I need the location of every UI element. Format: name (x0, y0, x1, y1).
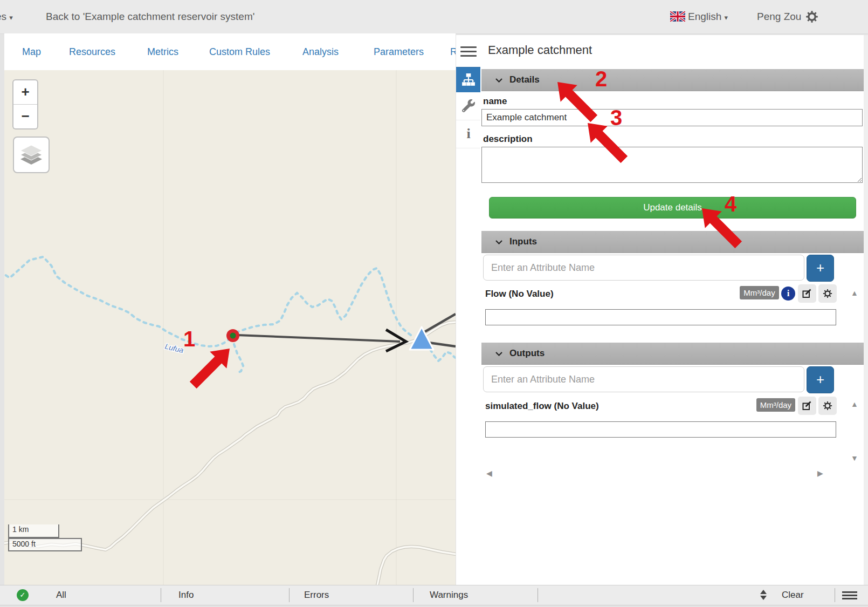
divider (289, 588, 290, 602)
panel-menu-button[interactable] (456, 43, 481, 60)
top-header-bar: es ▾ Back to 'Example catchment reservoi… (0, 0, 868, 34)
plus-icon: + (816, 260, 824, 276)
edit-value-button[interactable] (798, 284, 816, 303)
annotation-number-4: 4 (725, 193, 736, 215)
map-canvas[interactable]: Lufua + − 1 km 5000 ft (4, 70, 456, 585)
attribute-settings-button[interactable] (818, 397, 837, 415)
name-input[interactable] (481, 109, 863, 126)
edit-icon (802, 289, 812, 298)
divider (161, 588, 161, 602)
hamburger-icon (842, 591, 857, 599)
panel-title: Example catchment (488, 43, 592, 57)
input-attribute-row: Flow (No Value) Mm³/day i (485, 284, 837, 304)
tab-resources[interactable]: Resources (69, 33, 115, 70)
details-section-label: Details (509, 69, 540, 91)
tab-map[interactable]: Map (22, 33, 41, 70)
tab-analysis[interactable]: Analysis (302, 33, 339, 70)
scroll-up-icon[interactable]: ▲ (851, 289, 858, 297)
edit-icon (802, 401, 812, 411)
scroll-right-icon[interactable]: ▶ (817, 469, 823, 478)
sidebar-item-info[interactable]: i (456, 120, 481, 148)
network-icon (461, 73, 476, 86)
catchment-node[interactable] (226, 329, 239, 342)
status-filter-warnings[interactable]: Warnings (430, 585, 468, 605)
chevron-down-icon: ▾ (9, 13, 13, 22)
description-label: description (483, 134, 533, 145)
outputs-add-attribute-button[interactable]: + (807, 366, 834, 393)
unit-badge: Mm³/day (740, 286, 779, 299)
inputs-add-attribute-button[interactable]: + (807, 255, 834, 282)
chevron-down-icon (495, 352, 502, 356)
attribute-label: Flow (No Value) (485, 289, 554, 299)
sort-icon[interactable] (760, 590, 767, 600)
sidebar-item-settings[interactable] (456, 92, 481, 120)
unit-badge: Mm³/day (756, 398, 795, 412)
sidebar-item-network[interactable] (456, 67, 481, 92)
output-attribute-value[interactable] (485, 421, 836, 438)
outputs-attribute-name-input[interactable] (483, 366, 804, 392)
scale-metric: 1 km (8, 524, 59, 538)
layers-icon (19, 144, 43, 166)
outputs-section-header[interactable]: Outputs (481, 343, 864, 365)
status-bar: ✓ All Info Errors Warnings Clear (0, 585, 868, 605)
panel-scroll-gutter (864, 35, 868, 585)
description-textarea[interactable] (481, 147, 863, 183)
user-settings-gear-icon[interactable] (805, 10, 818, 25)
tab-metrics[interactable]: Metrics (147, 33, 178, 70)
chevron-down-icon: ▾ (725, 13, 728, 22)
status-filter-all[interactable]: All (56, 585, 66, 605)
layers-button[interactable] (13, 137, 50, 173)
tab-results-clipped[interactable]: Re (450, 33, 456, 70)
user-name: Peng Zou (757, 0, 801, 33)
attribute-settings-button[interactable] (818, 284, 837, 303)
divider (413, 588, 414, 602)
zoom-out-button[interactable]: − (13, 105, 37, 128)
inputs-attribute-name-input[interactable] (483, 255, 804, 281)
status-filter-info[interactable]: Info (178, 585, 194, 605)
scroll-left-icon[interactable]: ◀ (486, 469, 492, 478)
name-label: name (483, 96, 507, 107)
properties-panel: Example catchment Details name descripti… (480, 35, 868, 585)
status-filter-errors[interactable]: Errors (304, 585, 329, 605)
edit-value-button[interactable] (798, 397, 816, 415)
scroll-down-icon[interactable]: ▼ (851, 454, 858, 462)
chevron-down-icon (495, 78, 502, 83)
gear-icon (823, 401, 832, 411)
main-tab-bar: Map Resources Metrics Custom Rules Analy… (4, 33, 456, 70)
language-label: English (688, 11, 721, 22)
panel-icon-sidebar: i (456, 35, 481, 585)
divider (538, 588, 538, 602)
left-menu-label: es (0, 11, 6, 22)
attribute-label: simulated_flow (No Value) (485, 401, 599, 411)
river-label: Lufua (164, 342, 184, 354)
output-attribute-row: simulated_flow (No Value) Mm³/day (485, 397, 837, 416)
language-selector[interactable]: English ▾ (688, 0, 728, 35)
info-icon: i (466, 126, 470, 141)
clear-log-button[interactable]: Clear (782, 585, 804, 605)
inputs-section-header[interactable]: Inputs (481, 231, 864, 253)
map-layers: Lufua (4, 70, 456, 585)
annotation-number-1: 1 (183, 328, 195, 350)
back-link[interactable]: Back to 'Example catchment reservoir sys… (46, 0, 254, 33)
update-details-button[interactable]: Update details (489, 197, 856, 219)
input-attribute-value[interactable] (485, 309, 836, 325)
tab-parameters[interactable]: Parameters (374, 33, 424, 70)
uk-flag-icon (670, 11, 685, 24)
divider (835, 588, 835, 602)
zoom-in-button[interactable]: + (13, 80, 37, 105)
annotation-number-2: 2 (595, 68, 607, 90)
inputs-section-label: Inputs (509, 231, 537, 253)
left-menu-dropdown[interactable]: es ▾ (0, 0, 13, 35)
scroll-up-icon[interactable]: ▲ (851, 400, 858, 408)
map-scale-control: 1 km 5000 ft (8, 524, 82, 551)
annotation-number-3: 3 (610, 107, 622, 128)
scale-imperial: 5000 ft (8, 538, 82, 551)
tab-custom-rules[interactable]: Custom Rules (209, 33, 270, 70)
log-menu-button[interactable] (842, 590, 857, 601)
info-icon[interactable]: i (781, 287, 795, 301)
details-section-header[interactable]: Details (481, 69, 864, 91)
tile-gridlines (4, 70, 456, 585)
gear-icon (823, 289, 832, 298)
chevron-down-icon (495, 240, 502, 244)
check-circle-icon: ✓ (17, 589, 29, 601)
